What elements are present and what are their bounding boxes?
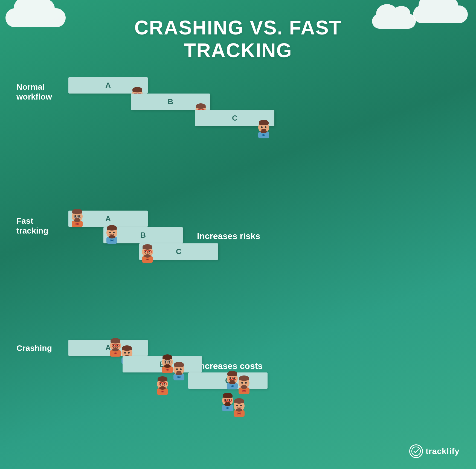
- svg-point-76: [115, 353, 116, 354]
- avatar-crash-b3: [153, 374, 172, 396]
- svg-point-34: [261, 126, 263, 128]
- svg-point-94: [128, 352, 130, 354]
- svg-point-112: [178, 376, 180, 378]
- fast-tracking-label: Fast tracking: [16, 216, 48, 236]
- svg-rect-66: [143, 247, 152, 249]
- background: CRASHING VS. FAST TRACKING Normal workfl…: [0, 0, 476, 469]
- svg-rect-7: [132, 90, 142, 92]
- svg-point-117: [180, 368, 182, 370]
- svg-rect-56: [107, 228, 117, 230]
- fast-tracking-annotation: Increases risks: [197, 231, 260, 241]
- svg-rect-33: [259, 123, 269, 125]
- svg-point-152: [241, 382, 243, 384]
- avatar-crash-b2: [170, 360, 188, 381]
- svg-point-158: [227, 407, 228, 409]
- svg-point-148: [243, 390, 245, 392]
- svg-point-118: [176, 372, 182, 375]
- svg-rect-79: [111, 341, 120, 343]
- svg-rect-20: [196, 106, 206, 108]
- svg-rect-102: [162, 357, 172, 359]
- svg-rect-125: [158, 379, 167, 381]
- svg-rect-43: [72, 211, 82, 214]
- svg-point-68: [149, 251, 150, 252]
- svg-rect-151: [239, 378, 249, 380]
- avatar-normal-c: [254, 118, 273, 139]
- svg-point-99: [167, 369, 168, 371]
- svg-point-45: [78, 215, 80, 217]
- svg-point-44: [74, 215, 76, 217]
- svg-point-40: [76, 223, 78, 225]
- normal-workflow-label: Normal workflow: [16, 82, 52, 102]
- svg-point-127: [164, 383, 165, 384]
- svg-point-162: [225, 399, 227, 401]
- svg-point-175: [236, 405, 238, 406]
- svg-point-57: [109, 232, 111, 233]
- svg-point-49: [74, 219, 80, 222]
- svg-point-103: [165, 361, 166, 363]
- svg-point-58: [113, 232, 115, 233]
- svg-point-59: [109, 235, 115, 238]
- svg-point-63: [147, 259, 148, 260]
- svg-point-139: [230, 377, 231, 379]
- avatar-fast-a: [68, 206, 86, 228]
- page-title: CRASHING VS. FAST TRACKING: [0, 16, 476, 62]
- svg-rect-115: [174, 365, 184, 367]
- avatar-crash-c4: [230, 396, 248, 418]
- svg-rect-174: [234, 401, 244, 403]
- svg-point-93: [124, 352, 126, 354]
- svg-point-177: [236, 408, 242, 412]
- svg-point-176: [240, 405, 242, 406]
- svg-point-36: [260, 130, 267, 133]
- svg-point-135: [231, 385, 233, 387]
- logo: tracklify: [409, 444, 460, 458]
- svg-point-131: [159, 386, 166, 390]
- svg-point-153: [245, 382, 247, 384]
- avatar-fast-b: [103, 223, 121, 245]
- svg-point-116: [176, 368, 178, 370]
- svg-point-35: [265, 126, 266, 128]
- svg-point-126: [160, 383, 161, 384]
- logo-text: tracklify: [426, 447, 460, 456]
- svg-point-30: [263, 134, 265, 136]
- svg-point-171: [238, 413, 240, 414]
- svg-point-72: [144, 254, 151, 258]
- svg-point-67: [145, 251, 146, 252]
- svg-point-154: [241, 386, 247, 389]
- svg-rect-92: [122, 348, 132, 350]
- avatar-crash-c2: [235, 373, 253, 395]
- avatar-fast-c: [138, 242, 157, 264]
- logo-icon: [409, 444, 423, 458]
- svg-point-53: [111, 240, 113, 241]
- crashing-label: Crashing: [16, 343, 52, 353]
- svg-point-122: [162, 391, 163, 392]
- svg-point-80: [113, 345, 114, 346]
